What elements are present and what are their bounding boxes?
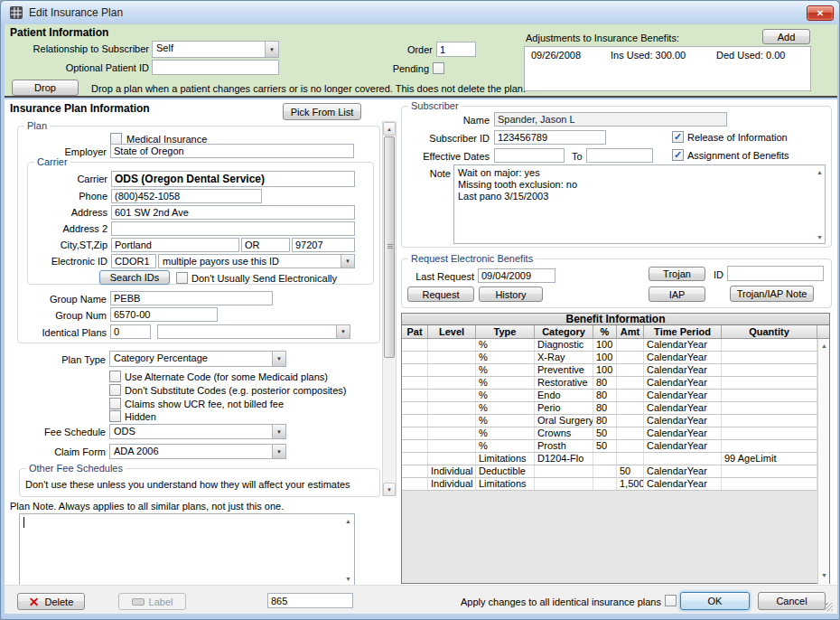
column-header[interactable]: Amt xyxy=(617,325,644,338)
chevron-down-icon[interactable]: ▼ xyxy=(272,445,285,458)
last-request-field[interactable] xyxy=(478,268,555,283)
column-header[interactable]: Type xyxy=(476,325,535,338)
column-header[interactable]: Level xyxy=(428,325,476,338)
trojan-id-field[interactable] xyxy=(727,266,824,281)
chevron-down-icon[interactable]: ▼ xyxy=(272,352,285,366)
identical-plans-field[interactable] xyxy=(110,324,151,339)
relationship-label: Relationship to Subscriber xyxy=(15,43,149,54)
adjustment-row[interactable]: 09/26/2008 Ins Used: 300.00 Ded Used: 0.… xyxy=(525,47,810,61)
column-header[interactable]: Pat xyxy=(402,325,428,338)
group-num-field[interactable] xyxy=(110,307,218,322)
scroll-up-icon[interactable]: ▲ xyxy=(383,122,396,136)
table-cell xyxy=(428,390,476,401)
phone-field[interactable] xyxy=(111,189,262,203)
claims-show-ucr-checkbox[interactable] xyxy=(109,398,121,409)
plan-note-textarea[interactable] xyxy=(19,513,355,586)
table-row[interactable]: LimitationsD1204-Flo99 AgeLimit xyxy=(402,453,829,465)
order-field[interactable] xyxy=(436,42,476,57)
request-button[interactable]: Request xyxy=(407,287,474,302)
close-icon[interactable]: ✕ xyxy=(807,5,834,21)
pending-checkbox[interactable] xyxy=(433,62,444,74)
benefit-table-scrollbar[interactable]: ▲ ▼ xyxy=(817,339,829,584)
pick-from-list-button[interactable]: Pick From List xyxy=(283,103,361,120)
use-alternate-code-checkbox[interactable] xyxy=(109,371,121,382)
address-field[interactable] xyxy=(111,205,355,220)
table-cell xyxy=(722,415,817,427)
title-bar[interactable]: Edit Insurance Plan ✕ xyxy=(1,1,839,24)
table-row[interactable]: %Perio80CalendarYear xyxy=(402,402,829,415)
claim-form-dropdown[interactable]: ADA 2006 ▼ xyxy=(109,444,286,459)
zip-field[interactable] xyxy=(292,238,355,252)
plan-number-field[interactable] xyxy=(267,593,353,608)
search-ids-button[interactable]: Search IDs xyxy=(99,270,170,285)
trojan-button[interactable]: Trojan xyxy=(649,267,705,281)
left-panel-scrollbar[interactable]: ▲ ▼ xyxy=(382,121,397,496)
scroll-down-icon[interactable]: ▼ xyxy=(383,483,396,496)
table-cell xyxy=(722,377,817,389)
column-header[interactable]: % xyxy=(593,325,617,338)
table-cell xyxy=(593,453,617,465)
delete-button[interactable]: ✕ Delete xyxy=(17,593,85,610)
group-name-field[interactable] xyxy=(110,291,273,305)
chevron-down-icon[interactable]: ▼ xyxy=(341,255,354,268)
electronic-id-note-dropdown[interactable]: multiple payors use this ID ▼ xyxy=(158,254,355,268)
apply-identical-plans-checkbox[interactable] xyxy=(665,595,677,606)
table-row[interactable]: %Oral Surgery80CalendarYear xyxy=(402,415,829,427)
optional-patient-id-field[interactable] xyxy=(152,60,279,75)
identical-plans-dropdown[interactable]: ▼ xyxy=(157,324,350,339)
table-row[interactable]: IndividualLimitations1,500CalendarYear xyxy=(402,478,829,491)
scroll-up-icon[interactable]: ▲ xyxy=(817,169,823,175)
hidden-checkbox[interactable] xyxy=(109,410,121,422)
ok-button[interactable]: OK xyxy=(680,592,750,610)
column-header[interactable]: Category xyxy=(535,325,593,338)
relationship-dropdown[interactable]: Self ▼ xyxy=(152,41,279,58)
dont-send-electronically-checkbox[interactable] xyxy=(176,272,188,284)
scroll-down-icon[interactable]: ▼ xyxy=(817,234,823,240)
label-button[interactable]: Label xyxy=(118,593,186,610)
state-field[interactable] xyxy=(241,238,290,252)
scroll-down-icon[interactable]: ▼ xyxy=(345,576,351,582)
effective-from-field[interactable] xyxy=(494,148,565,163)
table-row[interactable]: %X-Ray100CalendarYear xyxy=(402,352,829,364)
history-button[interactable]: History xyxy=(479,287,543,302)
subscriber-id-field[interactable] xyxy=(494,130,606,145)
trojan-iap-note-button[interactable]: Trojan/IAP Note xyxy=(730,286,814,302)
table-row[interactable]: IndividualDeductible50CalendarYear xyxy=(402,465,829,478)
column-header[interactable]: Time Period xyxy=(644,325,722,338)
release-of-information-checkbox[interactable]: ✓ xyxy=(672,131,684,143)
assignment-of-benefits-checkbox[interactable]: ✓ xyxy=(672,149,684,161)
cancel-button[interactable]: Cancel xyxy=(758,592,826,610)
scroll-up-icon[interactable]: ▲ xyxy=(345,518,351,524)
table-cell: CalendarYear xyxy=(644,402,722,414)
scrollbar-thumb[interactable] xyxy=(384,136,395,358)
chevron-down-icon[interactable]: ▼ xyxy=(336,325,350,338)
address2-field[interactable] xyxy=(111,221,355,236)
carrier-field[interactable] xyxy=(111,171,355,187)
employer-field[interactable] xyxy=(110,144,354,158)
chevron-down-icon[interactable]: ▼ xyxy=(265,42,278,57)
scroll-down-icon[interactable]: ▼ xyxy=(821,572,827,578)
plan-type-dropdown[interactable]: Category Percentage ▼ xyxy=(109,351,286,367)
fee-schedule-dropdown[interactable]: ODS ▼ xyxy=(109,424,286,439)
city-st-zip-label: City,ST,Zip xyxy=(28,240,107,250)
column-header[interactable]: Quantity xyxy=(722,325,817,338)
resize-grip[interactable] xyxy=(825,603,833,611)
table-row[interactable]: %Restorative80CalendarYear xyxy=(402,377,829,390)
iap-button[interactable]: IAP xyxy=(649,287,705,302)
scroll-up-icon[interactable]: ▲ xyxy=(821,343,827,349)
drop-button[interactable]: Drop xyxy=(12,80,79,96)
chevron-down-icon[interactable]: ▼ xyxy=(272,425,285,438)
table-row[interactable]: %Prosth50CalendarYear xyxy=(402,440,829,453)
table-row[interactable]: %Crowns50CalendarYear xyxy=(402,427,829,440)
adjustments-listbox[interactable]: 09/26/2008 Ins Used: 300.00 Ded Used: 0.… xyxy=(524,46,811,91)
add-button[interactable]: Add xyxy=(762,29,810,44)
city-field[interactable] xyxy=(111,238,239,252)
table-row[interactable]: %Endo80CalendarYear xyxy=(402,390,829,402)
effective-to-field[interactable] xyxy=(586,148,653,163)
table-row[interactable]: %Preventive100CalendarYear xyxy=(402,364,829,377)
table-row[interactable]: %Diagnostic100CalendarYear xyxy=(402,339,829,352)
electronic-id-field[interactable] xyxy=(111,254,156,268)
table-cell xyxy=(722,352,817,363)
dont-substitute-codes-checkbox[interactable] xyxy=(109,384,121,396)
subscriber-note-textarea[interactable]: Wait on major: yes Missing tooth exclusi… xyxy=(453,164,826,244)
